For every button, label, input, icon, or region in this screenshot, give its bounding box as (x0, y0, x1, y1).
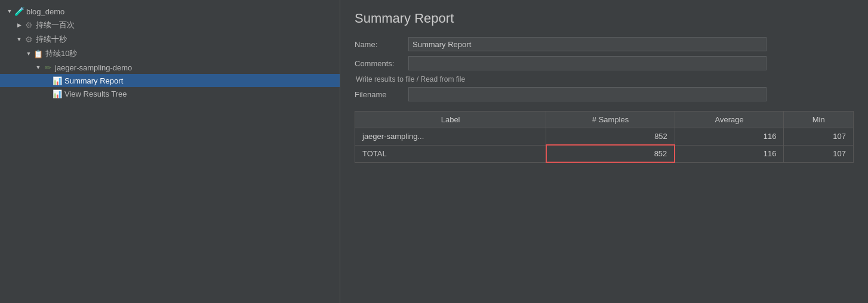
tree-item-node1[interactable]: ▶ ⚙ 持续一百次 (0, 18, 340, 32)
tree-item-node2[interactable]: ▼ ⚙ 持续十秒 (0, 32, 340, 47)
comments-row: Comments: (355, 56, 854, 70)
chevron-node6 (44, 90, 51, 97)
tree-panel: ▼ 🧪 blog_demo ▶ ⚙ 持续一百次 ▼ ⚙ 持续十秒 ▼ 📋 持续1… (0, 0, 340, 303)
chart-icon-1: 📊 (53, 76, 62, 85)
chart-icon-2: 📊 (53, 89, 62, 98)
name-input[interactable] (408, 37, 767, 51)
chevron-root: ▼ (6, 8, 13, 15)
row1-samples: 852 (546, 128, 675, 146)
chevron-node5 (44, 77, 51, 84)
col-header-average: Average (675, 112, 784, 128)
chevron-node3: ▼ (25, 50, 32, 57)
list-icon: 📋 (33, 49, 43, 58)
comments-label: Comments: (355, 59, 408, 68)
row2-samples: 852 (546, 145, 675, 162)
summary-table: Label # Samples Average Min jaeger-sampl… (355, 111, 854, 163)
tree-item-label: 持续十秒 (36, 34, 67, 45)
row2-average: 116 (675, 145, 784, 162)
col-header-label: Label (355, 112, 546, 128)
gear-icon-2: ⚙ (24, 35, 33, 44)
tree-item-root[interactable]: ▼ 🧪 blog_demo (0, 5, 340, 18)
col-header-min: Min (784, 112, 854, 128)
tree-item-view-results[interactable]: 📊 View Results Tree (0, 87, 340, 100)
row1-label: jaeger-sampling... (355, 128, 546, 146)
row1-min: 107 (784, 128, 854, 146)
tree-item-node4[interactable]: ▼ ✏ jaeger-sampling-demo (0, 61, 340, 74)
chevron-node4: ▼ (35, 64, 42, 71)
filename-input[interactable] (408, 87, 767, 101)
tree-item-label: 持续10秒 (45, 48, 77, 59)
filename-label: Filename (355, 90, 408, 99)
tree-item-node3[interactable]: ▼ 📋 持续10秒 (0, 47, 340, 61)
table-row: jaeger-sampling... 852 116 107 (355, 128, 854, 146)
row1-average: 116 (675, 128, 784, 146)
tree-item-summary-report[interactable]: 📊 Summary Report (0, 74, 340, 87)
tree-item-label: 持续一百次 (36, 20, 75, 30)
detail-panel: Summary Report Name: Comments: Write res… (340, 0, 868, 303)
filename-row: Filename (355, 87, 854, 101)
chevron-node2: ▼ (16, 36, 23, 43)
table-row-total: TOTAL 852 116 107 (355, 145, 854, 162)
flask-icon: 🧪 (14, 7, 24, 16)
tree-item-label: blog_demo (26, 7, 64, 16)
tree-item-label: Summary Report (64, 76, 123, 85)
row2-min: 107 (784, 145, 854, 162)
comments-input[interactable] (408, 56, 767, 70)
name-row: Name: (355, 37, 854, 51)
chevron-node1: ▶ (16, 21, 23, 29)
panel-title: Summary Report (355, 11, 854, 26)
col-header-samples: # Samples (546, 112, 675, 128)
script-icon: ✏ (43, 63, 53, 72)
gear-icon-1: ⚙ (24, 20, 33, 30)
write-results-label: Write results to file / Read from file (356, 75, 854, 84)
tree-item-label: View Results Tree (64, 89, 127, 98)
tree-item-label: jaeger-sampling-demo (55, 63, 132, 72)
name-label: Name: (355, 40, 408, 49)
row2-label: TOTAL (355, 145, 546, 162)
